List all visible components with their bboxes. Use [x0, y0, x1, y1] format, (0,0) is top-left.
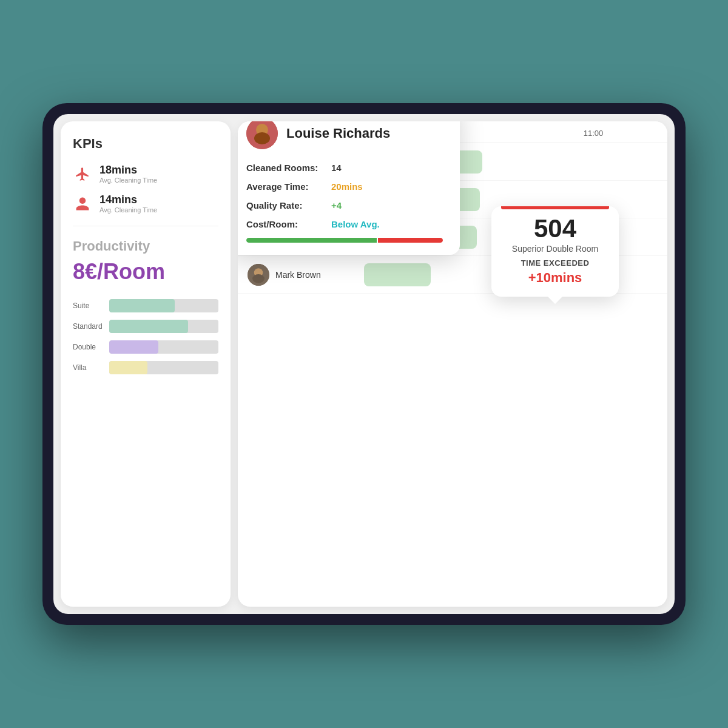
bar-bg-double: [109, 340, 218, 354]
device-frame: KPIs 18mins Avg. Cleaning Time: [42, 103, 686, 625]
time-label-2: 11:00: [519, 129, 667, 138]
popup-card: Louise Richards Cleaned Rooms: 14 Averag…: [238, 121, 460, 255]
bar-label-double: Double: [73, 343, 104, 351]
bar-label-villa: Villa: [73, 363, 104, 372]
popup-name: Louise Richards: [286, 126, 390, 141]
exceeded-red-bar: [501, 206, 609, 209]
bar-bg-villa: [109, 361, 218, 374]
popup-header: Louise Richards: [246, 121, 443, 149]
gantt-block-mark-1: [364, 263, 431, 286]
kpi-value-1: 18mins: [99, 164, 157, 177]
avatar-4: [248, 264, 269, 286]
progress-green: [246, 238, 377, 243]
popup-row-avgtime: Average Time: 20mins: [246, 181, 443, 192]
popup-field-label-1: Average Time:: [246, 181, 331, 192]
popup-row-quality: Quality Rate: +4: [246, 200, 443, 211]
productivity-value: 8€/Room: [73, 259, 218, 285]
kpi-section: KPIs 18mins Avg. Cleaning Time: [73, 136, 218, 214]
exceeded-room-number: 504: [502, 216, 608, 241]
person-icon: [73, 194, 92, 214]
popup-field-label-3: Cost/Room:: [246, 219, 331, 229]
exceeded-tooltip: 504 Superior Double Room TIME EXCEEDED +…: [491, 206, 619, 297]
plane-icon: [73, 164, 92, 184]
bar-label-standard: Standard: [73, 322, 104, 331]
svg-point-12: [252, 274, 265, 283]
kpi-label-1: Avg. Cleaning Time: [99, 177, 157, 184]
bar-suite: Suite: [73, 299, 218, 312]
bar-bg-standard: [109, 320, 218, 333]
bar-fill-suite: [109, 299, 175, 312]
kpi-text-1: 18mins Avg. Cleaning Time: [99, 164, 157, 184]
main-content: 10:00 11:00: [238, 121, 667, 607]
screen: KPIs 18mins Avg. Cleaning Time: [53, 114, 675, 614]
kpi-label-2: Avg. Cleaning Time: [99, 206, 157, 214]
popup-progress-bar: [246, 238, 443, 243]
exceeded-room-type: Superior Double Room: [502, 244, 608, 254]
bar-double: Double: [73, 340, 218, 354]
productivity-title: Productivity: [73, 238, 218, 254]
kpi-item-2: 14mins Avg. Cleaning Time: [73, 194, 218, 214]
popup-field-label-2: Quality Rate:: [246, 200, 331, 211]
kpi-value-2: 14mins: [99, 194, 157, 206]
svg-point-15: [254, 132, 270, 144]
kpi-text-2: 14mins Avg. Cleaning Time: [99, 194, 157, 214]
exceeded-label: TIME EXCEEDED: [502, 258, 608, 268]
bar-villa: Villa: [73, 361, 218, 374]
bar-fill-double: [109, 340, 158, 354]
bar-label-suite: Suite: [73, 302, 104, 310]
divider: [73, 226, 218, 226]
bar-bg-suite: [109, 299, 218, 312]
productivity-section: Productivity 8€/Room Suite Standard: [73, 238, 218, 374]
popup-field-value-1: 20mins: [331, 181, 363, 192]
popup-field-value-2: +4: [331, 200, 342, 211]
left-panel: KPIs 18mins Avg. Cleaning Time: [61, 121, 231, 607]
bar-fill-villa: [109, 361, 147, 374]
popup-field-value-3: Below Avg.: [331, 219, 380, 229]
bar-fill-standard: [109, 320, 188, 333]
popup-row-cleaned: Cleaned Rooms: 14: [246, 163, 443, 173]
staff-name-4: Mark Brown: [275, 270, 321, 280]
popup-row-cost: Cost/Room: Below Avg.: [246, 219, 443, 229]
staff-info-4: Mark Brown: [238, 264, 359, 286]
popup-field-label-0: Cleaned Rooms:: [246, 163, 331, 173]
popup-field-value-0: 14: [331, 163, 342, 173]
kpi-item-1: 18mins Avg. Cleaning Time: [73, 164, 218, 184]
kpi-title: KPIs: [73, 136, 218, 152]
exceeded-time: +10mins: [502, 270, 608, 286]
popup-avatar: [246, 121, 278, 149]
bar-standard: Standard: [73, 320, 218, 333]
progress-red: [378, 238, 443, 243]
